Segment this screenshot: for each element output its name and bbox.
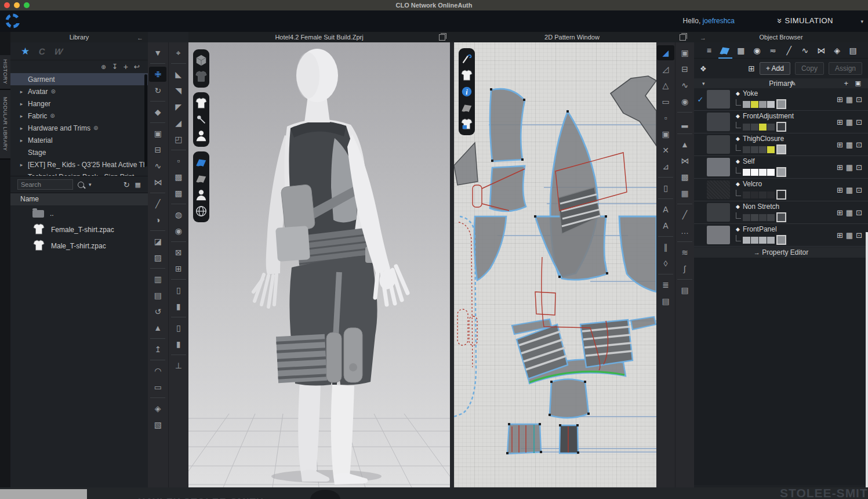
pattern-measure-tool-icon[interactable]: ▤ (657, 294, 674, 309)
lock-pattern-icon[interactable] (459, 116, 475, 132)
text-tool-icon[interactable]: A (657, 202, 674, 217)
colorway-swatch[interactable] (759, 169, 767, 176)
colorway-swatch[interactable] (751, 191, 758, 198)
object-browser-scrollbar[interactable] (866, 232, 868, 487)
tab-scene-icon[interactable]: ≡ (701, 44, 717, 57)
colorway-swatch-active[interactable] (776, 144, 786, 154)
clo-library-icon[interactable]: C (38, 46, 46, 56)
colorway-swatch[interactable] (767, 169, 775, 176)
colorway-swatch[interactable] (759, 214, 767, 221)
sync-icon[interactable]: ⊕ (101, 64, 106, 70)
rectangle-tool-icon[interactable]: ▫ (657, 110, 674, 125)
favorites-icon[interactable]: ★ (21, 45, 30, 57)
colorway-swatch[interactable] (751, 237, 758, 244)
fabric-thumbnail[interactable] (707, 113, 730, 131)
colorway-swatch-active[interactable] (776, 190, 786, 200)
thick-textured-surface-icon[interactable] (193, 154, 209, 171)
colorway-swatch[interactable] (751, 169, 758, 176)
add-fabric-inline-icon[interactable]: ⊞ (837, 208, 843, 217)
add-fabric-button[interactable]: + Add (760, 62, 790, 75)
pin-tool-icon[interactable]: ╱ (149, 196, 166, 211)
fabric-surface-2d-icon[interactable] (459, 100, 475, 116)
refresh-icon[interactable]: ↻ (124, 180, 130, 189)
colorway-swatch[interactable] (767, 214, 775, 221)
colorway-swatch-active[interactable] (776, 212, 786, 222)
roll-a-tool-icon[interactable]: ▯ (170, 283, 187, 298)
add-colorway-icon[interactable]: + (844, 79, 848, 88)
add-fabric-inline-icon[interactable]: ⊞ (837, 163, 843, 172)
pin-fabric-icon[interactable] (193, 111, 209, 128)
duplicate-fabric-icon[interactable]: ⊡ (856, 118, 862, 126)
fabric-row[interactable]: ◆Self⊞▦⊡ (694, 156, 868, 179)
add-fabric-inline-icon[interactable]: ⊞ (837, 186, 843, 194)
free-sewing-tool-icon[interactable]: ∿ (149, 158, 166, 173)
float-window-2d-icon[interactable] (680, 34, 686, 41)
show-3d-mesh-icon[interactable] (193, 52, 209, 68)
colorway-swatch[interactable] (759, 237, 767, 244)
window-3d-titlebar[interactable]: Hotel4.2 Female Suit Build.Zprj (188, 32, 450, 42)
duplicate-fabric-icon[interactable]: ⊡ (856, 186, 862, 194)
fabric-row[interactable]: ◆FrontPanel⊞▦⊡ (694, 224, 868, 247)
iron-tool-icon[interactable]: ▂ (676, 115, 693, 131)
pin-garment-tool-icon[interactable]: ◆ (149, 104, 166, 120)
tree-expand-icon[interactable]: ▸ (17, 162, 26, 168)
tree-expand-icon[interactable]: ▸ (17, 89, 26, 95)
show-pattern-icon[interactable] (459, 67, 475, 84)
arrange-shirt-b-tool-icon[interactable]: ◥ (170, 83, 187, 98)
colorway-swatch[interactable] (767, 237, 775, 244)
tree-expand-icon[interactable]: ▸ (17, 113, 26, 119)
arrange-open-tool-icon[interactable]: ▤ (149, 288, 166, 303)
collapse-left-icon[interactable]: ← (137, 32, 143, 43)
fuse-tool-icon[interactable]: ▫ (170, 153, 187, 168)
fold-arrangement-tool-icon[interactable]: ◪ (149, 234, 166, 249)
tree-expand-icon[interactable]: ▸ (17, 125, 26, 131)
fabric-row[interactable]: ◆Non Stretch⊞▦⊡ (694, 201, 868, 224)
duplicate-fabric-icon[interactable]: ⊡ (856, 208, 862, 217)
tab-graphic-print-icon[interactable]: ▦ (733, 44, 749, 57)
lift-garment-tool-icon[interactable]: ↥ (149, 342, 166, 357)
sewing-machine-tool-icon[interactable]: ▣ (149, 126, 166, 141)
library-file-row[interactable]: Male_T-shirt.zpac (10, 238, 148, 254)
pattern-info-icon[interactable]: i (459, 84, 475, 100)
colorway-folder-icon[interactable]: ▣ (855, 79, 861, 87)
copy-fabric-button[interactable]: Copy (795, 62, 824, 75)
search-icon[interactable] (78, 182, 84, 188)
free-sewing-2d-tool-icon[interactable]: ∿ (676, 78, 693, 93)
add-fabric-inline-icon[interactable]: ⊞ (837, 231, 843, 240)
fabric-thumbnail[interactable] (707, 180, 730, 199)
colorway-swatch[interactable] (743, 191, 750, 198)
colorway-swatch-active[interactable] (776, 235, 786, 245)
zipper-lock-tool-icon[interactable]: ⊠ (170, 245, 187, 260)
library-file-row[interactable]: .. (10, 205, 148, 222)
pleats-tool-icon[interactable]: ∥ (657, 240, 674, 255)
fabric-quad-view-icon[interactable]: ▦ (846, 140, 853, 149)
arrange-pair-tool-icon[interactable]: ▥ (149, 272, 166, 287)
duplicate-fabric-icon[interactable]: ⊡ (856, 95, 862, 104)
fabric-row[interactable]: ◆ThighClosure⊞▦⊡ (694, 133, 868, 156)
fabric-thumbnail[interactable] (707, 203, 730, 222)
colorway-swatch[interactable] (767, 191, 775, 198)
colorway-swatch[interactable] (743, 124, 750, 131)
pattern-annotation-tool-icon[interactable]: A (657, 218, 674, 233)
pen-2d-icon[interactable] (459, 51, 475, 67)
colorway-swatch-active[interactable] (776, 167, 786, 177)
colorway-swatch[interactable] (759, 101, 767, 108)
library-tree-item[interactable]: ▸Fabric⊛ (10, 110, 148, 122)
textured-surface-icon[interactable] (193, 171, 209, 187)
glue-tool-icon[interactable]: ⋈ (676, 153, 693, 168)
collapse-right-icon[interactable]: → (700, 32, 706, 43)
tab-button-icon[interactable]: ◉ (749, 44, 765, 57)
library-file-row[interactable]: Female_T-shirt.zpac (10, 222, 148, 238)
property-collapse-icon[interactable]: → (754, 249, 760, 256)
arrange-point-tool-icon[interactable]: ▼ (149, 45, 166, 60)
edit-curvature-tool-icon[interactable]: △ (657, 78, 674, 93)
shirt-texture-tool-icon[interactable]: ▲ (676, 137, 693, 152)
shirring-v-tool-icon[interactable]: ≋ (676, 245, 693, 260)
add-folder-icon[interactable]: ⊞ (748, 64, 755, 73)
window-2d-titlebar[interactable]: 2D Pattern Window (450, 32, 694, 42)
fabric-quad-view-icon[interactable]: ▦ (846, 231, 853, 240)
search-input[interactable] (17, 179, 73, 190)
roll-b-tool-icon[interactable]: ▮ (170, 299, 187, 314)
dart-tool-icon[interactable]: ▣ (657, 126, 674, 142)
arrange-shirt-a-tool-icon[interactable]: ◣ (170, 67, 187, 82)
